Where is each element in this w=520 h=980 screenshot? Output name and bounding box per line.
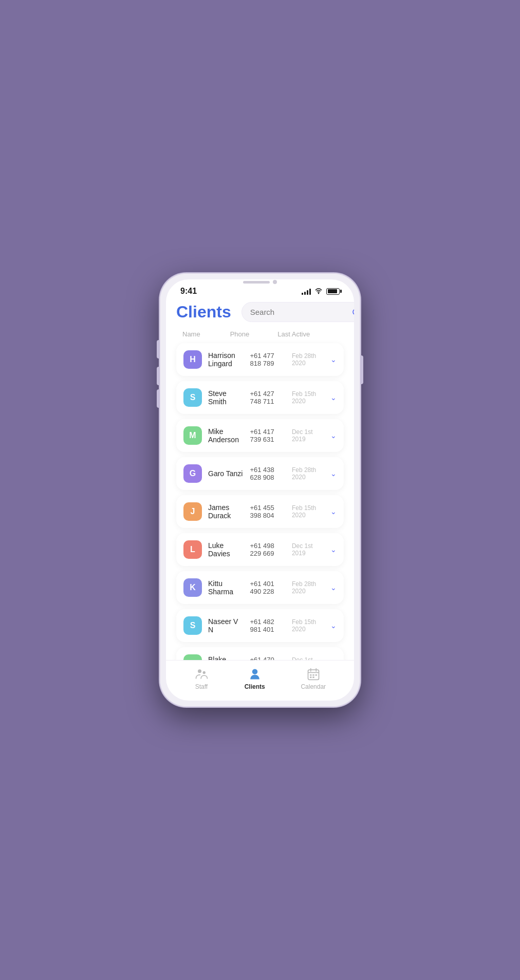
header: Clients [176, 300, 344, 322]
client-row[interactable]: H Harrison Lingard +61 477 818 789 Feb 2… [176, 343, 344, 376]
svg-point-0 [318, 293, 319, 294]
notch-dot [273, 280, 277, 284]
client-avatar: J [183, 502, 202, 521]
client-avatar: M [183, 654, 202, 660]
client-row[interactable]: J James Durack +61 455 398 804 Feb 15th … [176, 495, 344, 528]
phone-frame: 9:41 [160, 273, 360, 707]
client-last-active: Feb 28th 2020 [292, 352, 324, 367]
client-name: Garo Tanzi [208, 469, 244, 478]
nav-item-calendar[interactable]: Calendar [301, 667, 326, 690]
svg-point-2 [198, 669, 201, 673]
search-box[interactable] [242, 302, 354, 322]
signal-icon [302, 288, 311, 295]
expand-icon[interactable]: ⌄ [330, 621, 337, 630]
client-name: James Durack [208, 503, 244, 520]
client-last-active: Dec 1st 2019 [292, 428, 324, 443]
nav-item-clients[interactable]: Clients [245, 667, 265, 690]
svg-point-3 [203, 671, 206, 674]
calendar-icon [306, 667, 321, 681]
svg-point-4 [252, 669, 257, 674]
clients-icon [248, 667, 262, 681]
client-avatar: H [183, 350, 202, 369]
main-content: Clients Name Phone Last Active [166, 300, 354, 660]
client-row[interactable]: K Kittu Sharma +61 401 490 228 Feb 28th … [176, 571, 344, 604]
client-name: Blake Burton [208, 655, 244, 660]
client-last-active: Feb 28th 2020 [292, 580, 324, 595]
client-last-active: Feb 15th 2020 [292, 504, 324, 519]
client-phone: +61 498 229 669 [250, 542, 285, 557]
client-row[interactable]: M Blake Burton +61 470 730 889 Dec 1st 2… [176, 647, 344, 660]
client-avatar: M [183, 426, 202, 445]
client-phone: +61 438 628 908 [250, 466, 285, 481]
expand-icon[interactable]: ⌄ [330, 431, 337, 440]
client-last-active: Feb 28th 2020 [292, 466, 324, 481]
client-name: Kittu Sharma [208, 579, 244, 596]
page-title: Clients [176, 303, 231, 322]
search-input[interactable] [250, 308, 348, 316]
client-phone: +61 455 398 804 [250, 504, 285, 519]
client-row[interactable]: S Naseer V N +61 482 981 401 Feb 15th 20… [176, 609, 344, 642]
client-phone: +61 477 818 789 [250, 352, 285, 367]
client-avatar: G [183, 464, 202, 483]
client-row[interactable]: L Luke Davies +61 498 229 669 Dec 1st 20… [176, 533, 344, 566]
client-avatar: L [183, 540, 202, 559]
svg-rect-10 [312, 676, 314, 678]
status-time: 9:41 [180, 287, 197, 296]
client-phone: +61 427 748 711 [250, 390, 285, 405]
client-row[interactable]: G Garo Tanzi +61 438 628 908 Feb 28th 20… [176, 457, 344, 490]
expand-icon[interactable]: ⌄ [330, 583, 337, 592]
client-row[interactable]: S Steve Smith +61 427 748 711 Feb 15th 2… [176, 381, 344, 414]
phone-screen: 9:41 [166, 279, 354, 701]
notch-line [243, 281, 270, 284]
battery-icon [326, 288, 340, 295]
client-avatar: K [183, 578, 202, 597]
client-phone: +61 401 490 228 [250, 580, 285, 595]
svg-rect-7 [312, 674, 314, 676]
client-phone: +61 482 981 401 [250, 618, 285, 633]
client-name: Steve Smith [208, 389, 244, 406]
client-name: Naseer V N [208, 617, 244, 634]
nav-item-staff[interactable]: Staff [194, 667, 209, 690]
expand-icon[interactable]: ⌄ [330, 393, 337, 402]
expand-icon[interactable]: ⌄ [330, 469, 337, 478]
client-name: Luke Davies [208, 541, 244, 558]
col-active-header: Last Active [277, 330, 325, 338]
client-last-active: Feb 15th 2020 [292, 618, 324, 633]
bottom-nav: Staff Clients [166, 660, 354, 701]
svg-rect-9 [310, 676, 312, 678]
expand-icon[interactable]: ⌄ [330, 355, 337, 364]
client-row[interactable]: M Mike Anderson +61 417 739 631 Dec 1st … [176, 419, 344, 452]
search-icon [352, 308, 354, 316]
nav-calendar-label: Calendar [301, 683, 326, 690]
client-last-active: Dec 1st 2019 [292, 542, 324, 557]
col-phone-header: Phone [230, 330, 278, 338]
wifi-icon [314, 288, 323, 295]
staff-icon [194, 667, 209, 681]
svg-rect-6 [310, 674, 312, 676]
notch [234, 279, 286, 285]
client-list: H Harrison Lingard +61 477 818 789 Feb 2… [176, 343, 344, 660]
client-name: Mike Anderson [208, 427, 244, 444]
status-icons [302, 288, 340, 295]
client-avatar: S [183, 388, 202, 407]
client-last-active: Feb 15th 2020 [292, 390, 324, 405]
nav-clients-label: Clients [245, 683, 265, 690]
client-avatar: S [183, 616, 202, 635]
col-name-header: Name [182, 330, 230, 338]
client-phone: +61 417 739 631 [250, 428, 285, 443]
client-last-active: Dec 1st 2019 [292, 656, 324, 660]
expand-icon[interactable]: ⌄ [330, 507, 337, 516]
search-container [242, 302, 354, 322]
column-headers: Name Phone Last Active [176, 330, 344, 338]
nav-staff-label: Staff [195, 683, 208, 690]
expand-icon[interactable]: ⌄ [330, 545, 337, 554]
client-name: Harrison Lingard [208, 351, 244, 368]
svg-point-1 [353, 309, 354, 315]
client-phone: +61 470 730 889 [250, 656, 285, 660]
svg-rect-8 [315, 674, 317, 676]
